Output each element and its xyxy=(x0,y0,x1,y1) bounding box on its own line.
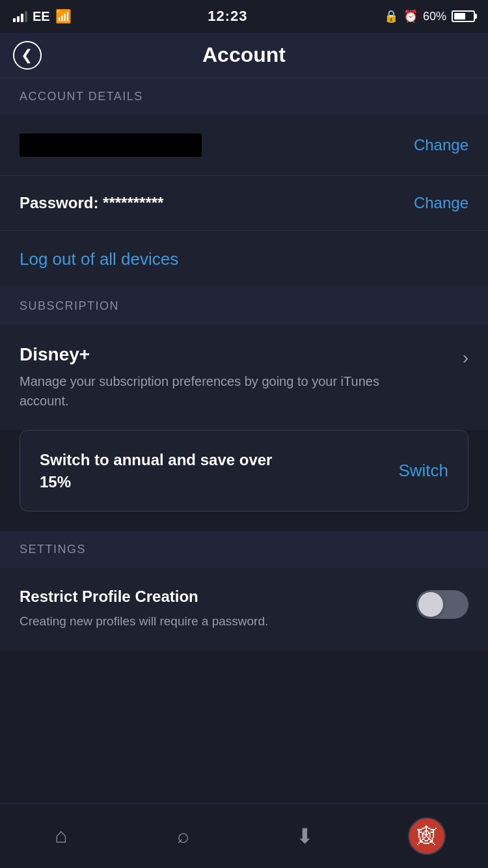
tab-download[interactable]: ⬇ xyxy=(244,824,366,848)
password-row: Password: ********** Change xyxy=(0,176,488,231)
wifi-icon: 📶 xyxy=(55,8,72,24)
subscription-title: Disney+ xyxy=(20,344,463,365)
tab-home[interactable]: ⌂ xyxy=(0,824,122,848)
status-bar: EE 📶 12:23 🔒 ⏰ 60% xyxy=(0,0,488,33)
settings-label: SETTINGS xyxy=(20,543,86,556)
home-icon: ⌂ xyxy=(55,824,67,848)
annual-switch-text: Switch to annual and save over 15% xyxy=(40,449,287,493)
carrier-label: EE xyxy=(33,9,50,24)
restrict-profile-title: Restrict Profile Creation xyxy=(20,588,416,606)
subscription-section-header: SUBSCRIPTION xyxy=(0,288,488,325)
subscription-label: SUBSCRIPTION xyxy=(20,299,119,312)
account-details-section-header: ACCOUNT DETAILS xyxy=(0,78,488,115)
tab-search[interactable]: ⌕ xyxy=(122,824,245,848)
profile-avatar-icon: 🕸 xyxy=(417,825,437,847)
subscription-desc: Manage your subscription preferences by … xyxy=(20,372,384,411)
download-icon: ⬇ xyxy=(296,824,314,848)
subscription-info: Disney+ Manage your subscription prefere… xyxy=(20,344,463,411)
tab-profile[interactable]: 🕸 xyxy=(366,817,489,855)
chevron-right-icon: › xyxy=(463,347,468,368)
annual-switch-box: Switch to annual and save over 15% Switc… xyxy=(20,430,468,511)
signal-bars-icon xyxy=(13,10,27,22)
lock-icon: 🔒 xyxy=(384,9,398,23)
battery-icon xyxy=(452,10,475,22)
page-title: Account xyxy=(202,43,286,67)
email-redacted xyxy=(20,133,202,157)
status-time: 12:23 xyxy=(208,8,247,25)
email-row: Change xyxy=(0,115,488,176)
logout-button[interactable]: Log out of all devices xyxy=(20,249,178,269)
restrict-profile-row: Restrict Profile Creation Creating new p… xyxy=(20,588,468,631)
settings-content: Restrict Profile Creation Creating new p… xyxy=(0,568,488,651)
annual-switch-button[interactable]: Switch xyxy=(398,461,448,481)
email-change-button[interactable]: Change xyxy=(414,136,468,154)
restrict-profile-desc: Creating new profiles will require a pas… xyxy=(20,612,358,631)
password-change-button[interactable]: Change xyxy=(414,194,468,212)
back-button[interactable]: ❮ xyxy=(13,41,42,70)
tab-bar: ⌂ ⌕ ⬇ 🕸 xyxy=(0,803,488,868)
battery-percent: 60% xyxy=(423,10,446,23)
alarm-icon: ⏰ xyxy=(403,9,418,23)
password-label: Password: ********** xyxy=(20,194,163,212)
restrict-profile-toggle[interactable] xyxy=(416,590,468,619)
avatar: 🕸 xyxy=(408,817,446,855)
account-details-label: ACCOUNT DETAILS xyxy=(20,90,143,103)
toggle-knob xyxy=(418,592,443,617)
logout-row: Log out of all devices xyxy=(0,231,488,288)
restrict-profile-info: Restrict Profile Creation Creating new p… xyxy=(20,588,416,631)
subscription-item[interactable]: Disney+ Manage your subscription prefere… xyxy=(20,344,468,430)
status-left: EE 📶 xyxy=(13,8,72,24)
settings-section-header: SETTINGS xyxy=(0,531,488,568)
account-details-content: Change Password: ********** Change Log o… xyxy=(0,115,488,288)
status-right: 🔒 ⏰ 60% xyxy=(384,9,475,23)
subscription-content: Disney+ Manage your subscription prefere… xyxy=(0,325,488,430)
search-icon: ⌕ xyxy=(177,824,189,848)
back-chevron-icon: ❮ xyxy=(21,48,33,62)
nav-header: ❮ Account xyxy=(0,33,488,78)
